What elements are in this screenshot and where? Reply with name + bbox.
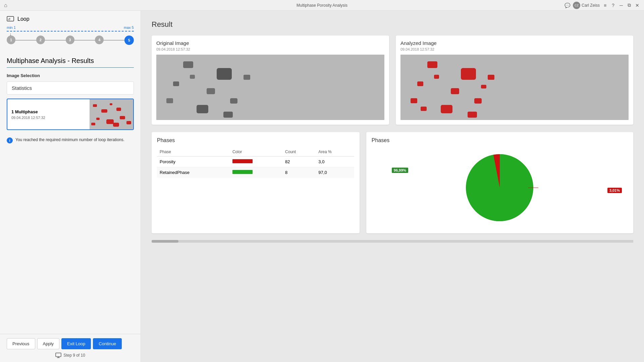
original-image-display xyxy=(156,55,384,120)
color-bar-red xyxy=(232,159,253,163)
main-container: ↺ Loop min 1 max 5 ↓ 1 2 3 4 xyxy=(0,11,644,362)
previous-button[interactable]: Previous xyxy=(7,338,35,349)
step-dot-5[interactable]: 5 xyxy=(124,36,134,45)
svg-rect-31 xyxy=(417,81,423,86)
right-panel: Result Original Image 09.04.2018 12:57:3… xyxy=(141,11,644,362)
image-card-thumb xyxy=(90,99,133,129)
exit-loop-button[interactable]: Exit Loop xyxy=(61,338,91,349)
step-dot-1[interactable]: 1 xyxy=(7,36,15,44)
svg-rect-28 xyxy=(427,61,437,68)
loop-label: Loop xyxy=(17,16,30,22)
svg-rect-17 xyxy=(183,61,193,68)
statistics-box: Statistics xyxy=(7,81,134,95)
phase-area-1: 3,0 xyxy=(316,157,354,167)
help-icon[interactable]: ? xyxy=(610,3,616,8)
app-title: Multiphase Porosity Analysis xyxy=(297,3,347,8)
step-dot-4[interactable]: 4 xyxy=(95,36,104,44)
svg-rect-36 xyxy=(434,75,439,79)
step-dots-row: 1 2 3 4 5 xyxy=(7,36,134,45)
bottom-scrollbar[interactable] xyxy=(152,240,633,243)
svg-rect-7 xyxy=(96,118,100,120)
original-image-svg xyxy=(156,55,384,120)
svg-text:↺: ↺ xyxy=(8,17,10,21)
titlebar: ⌂ Multiphase Porosity Analysis 💬 CZ Carl… xyxy=(0,0,644,11)
info-message: i You reached the required minimum numbe… xyxy=(7,134,134,147)
scrollbar-thumb[interactable] xyxy=(152,240,178,243)
left-panel: ↺ Loop min 1 max 5 ↓ 1 2 3 4 xyxy=(0,11,141,362)
phase-count-1: 82 xyxy=(282,157,316,167)
svg-rect-32 xyxy=(474,98,482,104)
btn-row: Previous Apply Exit Loop Continue xyxy=(7,338,134,349)
home-icon[interactable]: ⌂ xyxy=(4,2,7,8)
step-text: Step 9 of 10 xyxy=(63,353,85,358)
analyzed-image-date: 09.04.2018 12:57:32 xyxy=(400,47,629,51)
step-dot-3[interactable]: 3 xyxy=(66,36,74,44)
color-bar-green xyxy=(232,170,253,174)
svg-rect-23 xyxy=(166,98,173,103)
svg-rect-30 xyxy=(451,88,459,94)
image-card[interactable]: 1 Multiphase 09.04.2018 12:57:32 xyxy=(7,99,134,130)
close-icon[interactable]: ✕ xyxy=(635,3,640,8)
bottom-row: Phases Phase Color Count Area % Porosity xyxy=(152,132,633,233)
original-image-title: Original Image xyxy=(156,40,384,46)
svg-rect-34 xyxy=(411,98,417,103)
user-badge: CZ Carl Zeiss xyxy=(573,2,600,9)
pie-container: 96,99% 3,01% xyxy=(372,147,628,228)
svg-rect-22 xyxy=(197,105,208,113)
svg-rect-13 xyxy=(56,353,61,357)
svg-rect-11 xyxy=(126,121,131,124)
step-dot-2[interactable]: 2 xyxy=(36,36,45,44)
svg-rect-38 xyxy=(421,107,427,111)
restore-icon[interactable]: ⧉ xyxy=(627,3,632,8)
svg-rect-8 xyxy=(106,119,114,124)
continue-button[interactable]: Continue xyxy=(93,338,122,349)
svg-rect-5 xyxy=(110,103,112,105)
svg-rect-25 xyxy=(190,75,195,79)
svg-rect-20 xyxy=(173,81,179,86)
menu-icon[interactable]: ≡ xyxy=(602,3,608,8)
step-indicator: min 1 max 5 ↓ 1 2 3 4 5 xyxy=(0,25,141,52)
user-name: Carl Zeiss xyxy=(582,3,600,8)
step-range-max: max 5 xyxy=(124,25,134,29)
svg-rect-33 xyxy=(441,105,452,113)
titlebar-left: ⌂ xyxy=(4,2,7,8)
svg-rect-18 xyxy=(217,68,232,80)
step-range-min: min 1 xyxy=(7,25,16,29)
analyzed-image-display xyxy=(400,55,629,120)
original-image-date: 09.04.2018 12:57:32 xyxy=(156,47,384,51)
svg-rect-37 xyxy=(488,75,494,80)
statistics-label: Statistics xyxy=(12,85,32,91)
analyzed-image-svg xyxy=(400,55,629,120)
apply-button[interactable]: Apply xyxy=(37,338,60,349)
phases-table-panel: Phases Phase Color Count Area % Porosity xyxy=(152,132,360,233)
monitor-icon xyxy=(55,353,61,358)
minimize-icon[interactable]: ─ xyxy=(619,3,624,8)
phases-table: Phase Color Count Area % Porosity 8 xyxy=(157,147,354,178)
pie-label-green: 96,99% xyxy=(392,168,408,173)
phase-color-1 xyxy=(230,157,282,167)
svg-rect-19 xyxy=(207,88,215,94)
image-card-info: 1 Multiphase 09.04.2018 12:57:32 xyxy=(7,106,90,123)
loop-icon: ↺ xyxy=(7,16,14,22)
svg-rect-10 xyxy=(91,123,95,125)
original-image-panel: Original Image 09.04.2018 12:57:32 xyxy=(152,36,389,125)
chat-icon[interactable]: 💬 xyxy=(565,3,570,8)
svg-rect-29 xyxy=(461,68,476,80)
phase-name-2: RetainedPhase xyxy=(157,167,230,178)
svg-rect-26 xyxy=(244,75,250,80)
titlebar-right: 💬 CZ Carl Zeiss ≡ ? ─ ⧉ ✕ xyxy=(565,2,640,9)
svg-rect-35 xyxy=(468,112,477,118)
avatar: CZ xyxy=(573,2,580,9)
info-text: You reached the required minimum number … xyxy=(15,137,124,142)
col-color: Color xyxy=(230,147,282,157)
phase-count-2: 8 xyxy=(282,167,316,178)
svg-rect-6 xyxy=(116,108,121,111)
step-label-bottom: Step 9 of 10 xyxy=(7,353,134,358)
info-icon: i xyxy=(7,137,13,143)
result-title: Result xyxy=(152,20,633,29)
table-row: RetainedPhase 8 97,0 xyxy=(157,167,354,178)
pie-label-red: 3,01% xyxy=(607,188,622,193)
col-area: Area % xyxy=(316,147,354,157)
svg-rect-9 xyxy=(120,116,125,119)
image-selection-label: Image Selection xyxy=(7,73,134,78)
